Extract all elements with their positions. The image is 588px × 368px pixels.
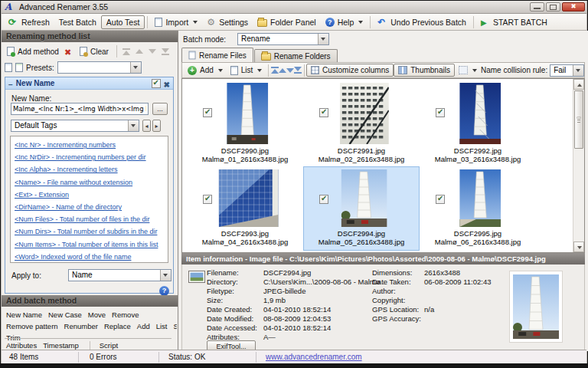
add-method-label: Add method bbox=[18, 48, 59, 56]
batch-method-link[interactable]: Renumber bbox=[64, 322, 98, 330]
tag-link[interactable]: <Word> Indexed word of the file name bbox=[15, 251, 164, 263]
method-panel-header[interactable]: New Name bbox=[5, 77, 173, 90]
file-original-name: DSCF2992.jpg bbox=[420, 146, 535, 155]
file-checkbox[interactable] bbox=[203, 107, 212, 120]
move-file-down-button[interactable] bbox=[286, 67, 294, 74]
tab-rename-folders[interactable]: Rename Folders bbox=[254, 49, 338, 62]
move-file-bottom-button[interactable] bbox=[294, 65, 302, 75]
new-name-input[interactable] bbox=[11, 103, 149, 115]
scroll-up-icon[interactable] bbox=[573, 79, 584, 90]
file-thumbnail[interactable] bbox=[459, 83, 501, 144]
method-close-icon[interactable] bbox=[164, 77, 170, 90]
file-thumbnail[interactable] bbox=[341, 169, 387, 227]
file-checkbox[interactable] bbox=[203, 193, 212, 207]
close-button[interactable] bbox=[562, 2, 585, 12]
add-files-button[interactable]: Add bbox=[184, 64, 227, 77]
file-checkbox[interactable] bbox=[436, 193, 445, 207]
tag-link[interactable]: <Name> - File name without extension bbox=[15, 176, 164, 189]
auto-test-button[interactable]: Auto Test bbox=[101, 15, 145, 29]
apply-to-dropdown[interactable]: Name bbox=[68, 269, 172, 281]
grid-scrollbar[interactable] bbox=[573, 79, 584, 252]
thumbnail-options-button[interactable] bbox=[455, 64, 481, 76]
batch-method-link[interactable]: New Case bbox=[48, 310, 82, 319]
dropdown-arrow-icon[interactable] bbox=[573, 65, 583, 76]
add-method-button[interactable]: Add method bbox=[3, 45, 63, 58]
file-cell[interactable]: DSCF2991.jpgMalmø_02_2616x3488.jpg bbox=[304, 80, 419, 166]
collapse-icon[interactable] bbox=[8, 77, 13, 90]
file-thumbnail[interactable] bbox=[459, 169, 501, 227]
dropdown-arrow-icon[interactable] bbox=[128, 120, 139, 131]
file-checkbox[interactable] bbox=[436, 107, 445, 120]
info-field-label: Dimensions: bbox=[372, 268, 412, 277]
dropdown-arrow-icon[interactable] bbox=[160, 270, 171, 281]
website-link[interactable]: www.advancedrenamer.com bbox=[266, 353, 362, 361]
save-preset-icon[interactable] bbox=[5, 63, 12, 72]
tag-link[interactable]: <Inc Alpha> - Incrementing letters bbox=[15, 163, 164, 176]
tags-preset-dropdown[interactable]: Default Tags bbox=[11, 120, 139, 132]
collision-rule-dropdown[interactable]: Fail bbox=[550, 64, 584, 77]
minimize-button[interactable] bbox=[530, 2, 544, 12]
title-bar[interactable]: Advanced Renamer 3.55 bbox=[2, 1, 586, 14]
batch-method-link[interactable]: Replace bbox=[104, 322, 131, 330]
refresh-button[interactable]: Refresh bbox=[4, 15, 54, 29]
batch-method-link[interactable]: Remove bbox=[112, 310, 139, 319]
dropdown-arrow-icon[interactable] bbox=[318, 34, 328, 44]
folder-panel-button[interactable]: Folder Panel bbox=[253, 16, 321, 28]
customize-columns-button[interactable]: Customize columns bbox=[306, 64, 394, 77]
batch-method-link[interactable]: New Name bbox=[6, 310, 42, 319]
maximize-button[interactable] bbox=[546, 2, 560, 12]
start-batch-button[interactable]: START BATCH bbox=[476, 16, 552, 28]
file-names: DSCF2990.jpgMalmø_01_2616x3488.jpg bbox=[188, 146, 302, 163]
scroll-down-icon[interactable] bbox=[573, 242, 584, 252]
tag-link[interactable]: <Num Items> - Total number of items in t… bbox=[15, 238, 164, 251]
file-thumbnail[interactable] bbox=[340, 83, 389, 144]
apply-to-label: Apply to: bbox=[11, 271, 41, 280]
tab-rename-files[interactable]: Rename Files bbox=[181, 48, 253, 62]
scrollbar-thumb[interactable] bbox=[574, 90, 583, 149]
file-cell[interactable]: DSCF2990.jpgMalmø_01_2616x3488.jpg bbox=[188, 80, 302, 166]
batch-method-link[interactable]: Remove pattern bbox=[6, 322, 58, 330]
move-file-top-button[interactable] bbox=[271, 65, 279, 75]
import-button[interactable]: Import bbox=[150, 16, 202, 28]
dropdown-arrow-icon[interactable] bbox=[130, 62, 141, 73]
file-thumbnail[interactable] bbox=[219, 169, 279, 227]
gear-icon bbox=[207, 17, 216, 28]
presets-dropdown[interactable] bbox=[57, 61, 142, 74]
file-thumbnail[interactable] bbox=[227, 83, 268, 144]
undo-previous-batch-button[interactable]: Undo Previous Batch bbox=[373, 15, 471, 29]
help-button[interactable]: Help bbox=[321, 16, 368, 28]
file-new-name: Malmø_06_2616x3488.jpg bbox=[420, 238, 535, 246]
settings-button[interactable]: Settings bbox=[202, 15, 253, 29]
method-enabled-checkbox[interactable] bbox=[152, 79, 161, 88]
file-names: DSCF2994.jpgMalmø_05_2616x3488.jpg bbox=[304, 229, 419, 246]
move-file-up-button[interactable] bbox=[279, 67, 286, 74]
browse-button[interactable]: ... bbox=[152, 103, 168, 115]
test-batch-button[interactable]: Test Batch bbox=[54, 16, 101, 28]
tag-link[interactable]: <DirName> - Name of the directory bbox=[15, 201, 164, 213]
batch-method-link[interactable]: List bbox=[156, 322, 168, 330]
file-cell[interactable]: DSCF2994.jpgMalmø_05_2616x3488.jpg bbox=[304, 167, 419, 250]
file-checkbox[interactable] bbox=[319, 193, 328, 207]
file-cell[interactable]: DSCF2995.jpgMalmø_06_2616x3488.jpg bbox=[420, 167, 535, 250]
list-button[interactable]: List bbox=[227, 64, 266, 77]
clear-button[interactable]: Clear bbox=[76, 45, 113, 58]
thumbnails-button[interactable]: Thumbnails bbox=[394, 64, 455, 77]
file-checkbox[interactable] bbox=[319, 107, 328, 120]
tag-link[interactable]: <Num Dirs> - Total number of subdirs in … bbox=[15, 225, 164, 238]
file-cell[interactable]: DSCF2993.jpgMalmø_04_2616x3488.jpg bbox=[188, 167, 302, 250]
batch-method-link[interactable]: Move bbox=[88, 310, 106, 319]
tag-link[interactable]: <Inc NrDir> - Incrementing numbers per d… bbox=[15, 151, 164, 163]
tags-next-button[interactable] bbox=[152, 120, 161, 132]
load-preset-icon[interactable] bbox=[15, 63, 23, 72]
delete-method-icon[interactable] bbox=[64, 44, 74, 58]
tag-link[interactable]: <Ext> - Extension bbox=[15, 189, 164, 201]
batch-method-row: New NameNew CaseMoveRemove bbox=[6, 308, 177, 320]
tags-prev-button[interactable] bbox=[142, 120, 151, 132]
tag-link[interactable]: <Inc Nr> - Incrementing numbers bbox=[15, 139, 164, 151]
file-cell[interactable]: DSCF2992.jpgMalmø_03_2616x3488.jpg bbox=[420, 80, 535, 166]
chevron-down-icon bbox=[472, 69, 477, 72]
batch-method-link[interactable]: Swap bbox=[174, 322, 177, 330]
tag-link[interactable]: <Num Files> - Total number of files in t… bbox=[15, 213, 164, 225]
batch-mode-dropdown[interactable]: Rename bbox=[237, 33, 329, 45]
batch-method-link[interactable]: Add bbox=[137, 322, 150, 330]
